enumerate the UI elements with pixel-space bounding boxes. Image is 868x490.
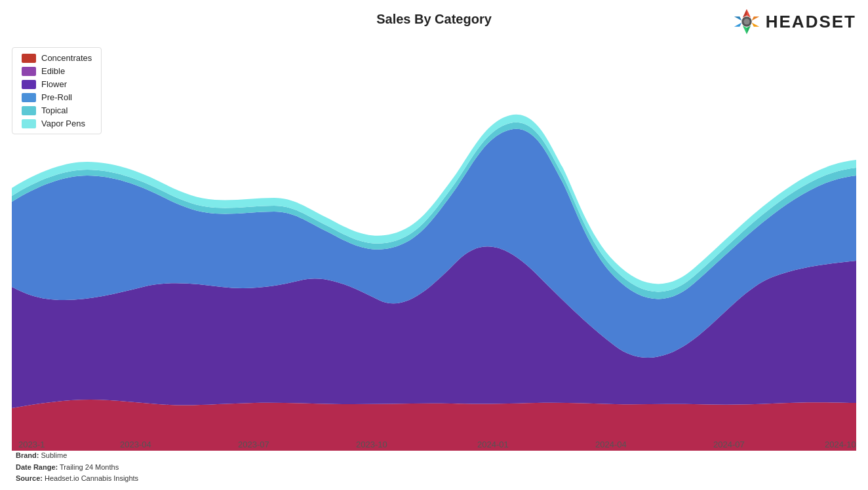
legend-label-edible: Edible — [41, 66, 65, 76]
legend-swatch-flower — [22, 80, 36, 89]
source-value: Headset.io Cannabis Insights — [45, 474, 138, 482]
x-label-2024-04: 2024-04 — [595, 440, 627, 449]
svg-point-9 — [743, 18, 749, 24]
x-label-2023-1: 2023-1 — [18, 440, 45, 449]
footer-info: Brand: Sublime Date Range: Trailing 24 M… — [16, 450, 138, 485]
legend-label-preroll: Pre-Roll — [41, 92, 72, 102]
brand-value: Sublime — [41, 451, 68, 459]
svg-marker-0 — [747, 9, 751, 18]
legend-swatch-edible — [22, 67, 36, 76]
legend-label-topical: Topical — [41, 105, 68, 115]
brand-label: Brand: — [16, 451, 39, 459]
svg-marker-3 — [751, 23, 759, 27]
legend-swatch-preroll — [22, 93, 36, 102]
date-range-value: Trailing 24 Months — [60, 463, 119, 471]
chart-svg: 2023-1 2023-04 2023-07 2023-10 2024-01 2… — [12, 45, 856, 451]
legend-label-flower: Flower — [41, 79, 67, 89]
svg-marker-5 — [747, 26, 751, 34]
legend-item-edible: Edible — [22, 66, 92, 76]
legend-item-topical: Topical — [22, 105, 92, 115]
legend-item-flower: Flower — [22, 79, 92, 89]
chart-area: 2023-1 2023-04 2023-07 2023-10 2024-01 2… — [12, 45, 856, 451]
x-label-2024-01: 2024-01 — [477, 440, 509, 449]
legend-swatch-vaporpens — [22, 119, 36, 128]
legend-item-vaporpens: Vapor Pens — [22, 119, 92, 128]
date-range-label: Date Range: — [16, 463, 58, 471]
headset-logo-icon — [732, 7, 762, 37]
legend-label-vaporpens: Vapor Pens — [41, 119, 85, 128]
legend-label-concentrates: Concentrates — [41, 53, 92, 63]
x-label-2024-07: 2024-07 — [713, 440, 745, 449]
svg-marker-6 — [734, 23, 742, 27]
legend-swatch-topical — [22, 106, 36, 115]
svg-marker-2 — [751, 16, 759, 20]
chart-legend: Concentrates Edible Flower Pre-Roll Topi… — [12, 47, 102, 134]
x-label-2023-07: 2023-07 — [238, 440, 269, 449]
logo: HEADSET — [732, 7, 856, 37]
source-label: Source: — [16, 474, 43, 482]
svg-marker-1 — [743, 9, 747, 18]
x-label-2023-10: 2023-10 — [356, 440, 387, 449]
logo-text: HEADSET — [766, 12, 856, 32]
x-label-2024-10: 2024-10 — [825, 440, 856, 449]
legend-item-concentrates: Concentrates — [22, 53, 92, 63]
svg-marker-7 — [734, 16, 742, 20]
svg-marker-4 — [743, 26, 747, 34]
chart-container: HEADSET Sales By Category Concentrates E… — [0, 0, 868, 490]
legend-swatch-concentrates — [22, 54, 36, 63]
legend-item-preroll: Pre-Roll — [22, 92, 92, 102]
x-label-2023-04: 2023-04 — [120, 440, 151, 449]
